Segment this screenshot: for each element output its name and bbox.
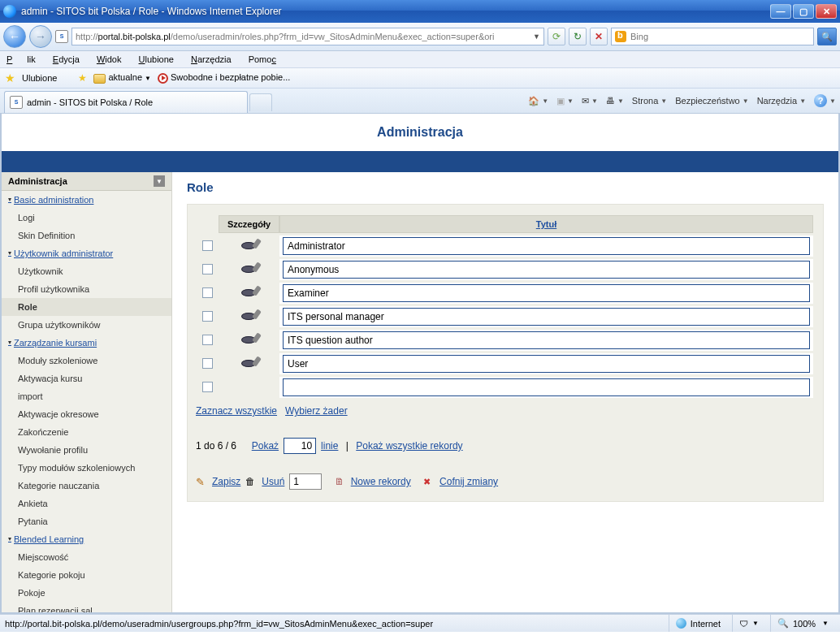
sidebar-section-blended[interactable]: Blended Learning — [2, 530, 171, 548]
sidebar-item-moduletypes[interactable]: Typy modułów szkoleniowych — [2, 459, 171, 477]
page-menu[interactable]: Strona▼ — [632, 96, 667, 106]
title-input[interactable] — [283, 331, 810, 349]
fav-swobodne[interactable]: Swobodne i bezpłatne pobie... — [158, 72, 290, 84]
row-checkbox[interactable] — [202, 240, 213, 251]
safety-menu[interactable]: Bezpieczeństwo▼ — [675, 96, 748, 106]
pager-lines-link[interactable]: linie — [321, 440, 338, 452]
save-link[interactable]: Zapisz — [212, 476, 240, 487]
pager-all-link[interactable]: Pokaż wszystkie rekordy — [356, 440, 462, 452]
fav-aktualne[interactable]: aktualne ▼ — [93, 72, 151, 83]
menu-view[interactable]: Widok — [97, 54, 122, 64]
address-bar[interactable]: http://portal.bit-polska.pl/demo/useradm… — [71, 28, 544, 45]
details-icon[interactable] — [240, 333, 259, 346]
sidebar-item-user[interactable]: Użytkownik — [2, 262, 171, 280]
tab-active[interactable]: S admin - SITOS bit Polska / Role — [4, 91, 248, 113]
forward-button[interactable]: → — [29, 25, 52, 48]
sidebar-item-skin[interactable]: Skin Definition — [2, 227, 171, 244]
help-button[interactable]: ?▼ — [814, 94, 836, 107]
sidebar-item-import[interactable]: import — [2, 387, 171, 405]
col-details: Szczegóły — [219, 215, 279, 233]
maximize-button[interactable]: ▢ — [793, 4, 814, 19]
new-records-link[interactable]: Nowe rekordy — [351, 476, 411, 487]
menu-help[interactable]: Pomoc — [249, 54, 276, 64]
mail-button[interactable]: ✉▼ — [582, 96, 598, 106]
sidebar-item-profile[interactable]: Profil użytkownika — [2, 280, 171, 298]
sidebar-item-questions[interactable]: Pytania — [2, 512, 171, 530]
selection-links: Zaznacz wszystkie Wybierz żader — [196, 405, 815, 417]
sidebar-item-usergroups[interactable]: Grupa użytkowników — [2, 316, 171, 334]
sidebar-item-periodic[interactable]: Aktywacje okresowe — [2, 405, 171, 423]
title-input[interactable] — [283, 284, 810, 302]
sidebar-item-role[interactable]: Role — [2, 298, 171, 316]
save-icon — [196, 476, 207, 487]
favorites-star-icon[interactable]: ★ — [5, 71, 15, 84]
details-icon[interactable] — [240, 262, 259, 275]
select-all-link[interactable]: Zaznacz wszystkie — [196, 405, 277, 417]
sidebar-section-useradmin[interactable]: Użytkownik administrator — [2, 244, 171, 262]
status-protected-mode[interactable]: 🛡▼ — [732, 615, 765, 632]
tools-menu[interactable]: Narzędzia▼ — [757, 96, 806, 106]
menu-favorites[interactable]: Ulubione — [139, 54, 174, 64]
sidebar-item-teachcat[interactable]: Kategorie nauczania — [2, 477, 171, 495]
home-button[interactable]: 🏠▼ — [528, 96, 548, 106]
sidebar-section-courses[interactable]: Zarządzanie kursami — [2, 334, 171, 352]
menu-edit[interactable]: Edycja — [53, 54, 80, 64]
help-icon: ? — [814, 94, 827, 107]
menu-tools[interactable]: Narzędzia — [191, 54, 232, 64]
pager-show-link[interactable]: Pokaż — [252, 440, 279, 452]
add-fav-icon[interactable]: ★ — [78, 72, 87, 84]
compat-view-button[interactable]: ⟳ — [548, 28, 565, 45]
details-icon[interactable] — [240, 357, 259, 370]
sidebar-item-modules[interactable]: Moduły szkoleniowe — [2, 352, 171, 370]
delete-link[interactable]: Usuń — [262, 476, 284, 487]
row-checkbox[interactable] — [202, 358, 213, 369]
stop-button[interactable]: ✕ — [590, 28, 608, 45]
title-input[interactable] — [283, 308, 810, 326]
row-checkbox[interactable] — [202, 264, 213, 274]
details-icon[interactable] — [240, 286, 259, 299]
sidebar-item-activation[interactable]: Aktywacja kursu — [2, 370, 171, 387]
sidebar-collapse-icon[interactable]: ▼ — [154, 175, 165, 187]
refresh-button[interactable]: ↻ — [569, 28, 587, 45]
new-count-input[interactable] — [289, 473, 322, 490]
search-box[interactable]: Bing — [611, 28, 814, 45]
title-input[interactable] — [283, 261, 810, 279]
print-button[interactable]: 🖶▼ — [606, 96, 624, 106]
sidebar-section-basic[interactable]: Basic administration — [2, 191, 171, 209]
row-checkbox[interactable] — [202, 335, 213, 345]
minimize-button[interactable]: — — [770, 4, 791, 19]
address-dropdown-icon[interactable]: ▼ — [533, 32, 540, 41]
sidebar-item-roomplan[interactable]: Plan rezerwacji sal — [2, 602, 171, 612]
undo-link[interactable]: Cofnij zmiany — [439, 476, 498, 487]
globe-icon — [676, 618, 686, 629]
sidebar-item-completion[interactable]: Zakończenie — [2, 423, 171, 441]
row-checkbox[interactable] — [202, 311, 213, 322]
row-checkbox[interactable] — [202, 287, 213, 298]
sidebar-item-profilecall[interactable]: Wywołanie profilu — [2, 441, 171, 459]
select-none-link[interactable]: Wybierz żader — [285, 405, 348, 417]
row-checkbox[interactable] — [202, 382, 213, 392]
sidebar-item-roomcat[interactable]: Kategorie pokoju — [2, 566, 171, 584]
sidebar-item-survey[interactable]: Ankieta — [2, 495, 171, 512]
sidebar-item-rooms[interactable]: Pokoje — [2, 584, 171, 602]
title-input[interactable] — [283, 378, 810, 396]
sidebar-item-logi[interactable]: Logi — [2, 209, 171, 227]
search-button[interactable]: 🔍 — [817, 28, 837, 45]
search-placeholder: Bing — [630, 32, 648, 41]
back-button[interactable]: ← — [3, 25, 26, 48]
details-icon[interactable] — [240, 309, 259, 322]
new-tab-button[interactable] — [249, 93, 272, 111]
pager-lines-input[interactable] — [284, 438, 316, 454]
table-row — [196, 353, 813, 374]
status-zoom[interactable]: 🔍 100% ▼ — [770, 615, 835, 632]
title-input[interactable] — [283, 355, 810, 373]
menu-file[interactable]: Plik — [6, 54, 36, 64]
favorites-label[interactable]: Ulubione — [22, 73, 57, 83]
role-table: Szczegóły Tytuł — [196, 213, 813, 400]
close-button[interactable]: ✕ — [816, 4, 837, 19]
sidebar-item-location[interactable]: Miejscowość — [2, 548, 171, 566]
col-title[interactable]: Tytuł — [279, 215, 813, 233]
details-icon[interactable] — [240, 239, 259, 252]
title-input[interactable] — [283, 237, 810, 255]
feeds-button[interactable]: ▣▼ — [556, 96, 574, 106]
